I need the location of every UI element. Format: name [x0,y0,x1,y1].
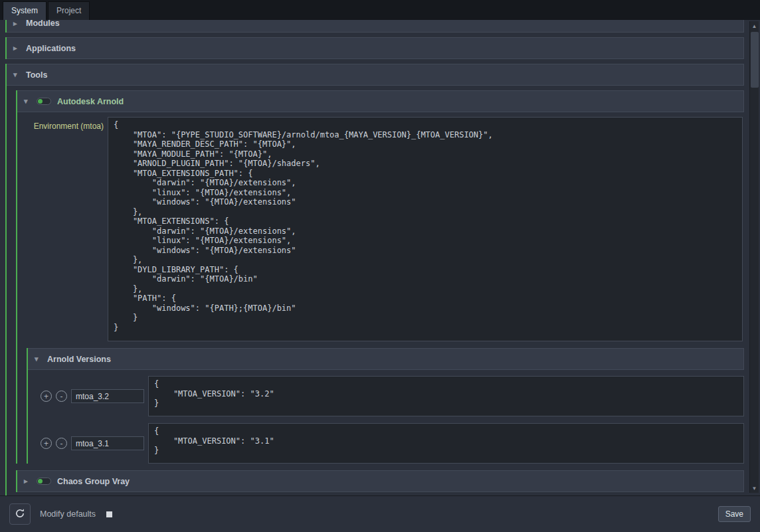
section-header-arnold-versions[interactable]: ▾ Arnold Versions [28,348,744,370]
version-row: + - { "MTOA_VERSION": "3.1" } [41,423,744,464]
section-header-tools[interactable]: ▾ Tools [7,64,744,86]
environment-json-textarea[interactable]: { "MTOA": "{PYPE_STUDIO_SOFTWARE}/arnold… [108,117,743,341]
section-modules: ▸ Modules [5,20,744,33]
scroll-up-icon[interactable]: ▲ [750,21,759,31]
remove-version-button[interactable]: - [56,438,67,449]
section-label-tools: Tools [26,70,47,80]
add-version-button[interactable]: + [41,438,52,449]
refresh-button[interactable] [9,503,31,525]
tools-body: ▾ Autodesk Arnold Environment (mtoa) { "… [7,86,744,495]
modify-defaults-label: Modify defaults [40,509,96,519]
environment-row: Environment (mtoa) { "MTOA": "{PYPE_STUD… [17,112,744,348]
add-version-button[interactable]: + [41,391,52,402]
section-autodesk-arnold: ▾ Autodesk Arnold Environment (mtoa) { "… [16,90,744,464]
section-label-chaos-group-vray: Chaos Group Vray [57,477,130,486]
chevron-down-icon: ▾ [13,70,20,79]
section-label-modules: Modules [26,20,60,28]
top-tab-bar: System Project [0,0,760,20]
section-header-chaos-group-vray[interactable]: ▸ Chaos Group Vray [17,470,744,492]
section-tools: ▾ Tools ▾ Autodesk Arnold Environment (m… [5,64,744,495]
vray-enabled-toggle[interactable] [37,478,51,485]
section-header-autodesk-arnold[interactable]: ▾ Autodesk Arnold [17,90,744,112]
chevron-down-icon: ▾ [35,355,41,363]
modify-defaults-checkbox[interactable] [106,511,112,517]
chevron-right-icon: ▸ [13,20,20,28]
scroll-down-icon[interactable]: ▼ [750,484,759,493]
section-label-arnold-versions: Arnold Versions [47,355,111,364]
chevron-down-icon: ▾ [24,97,31,106]
version-key-input[interactable] [71,436,144,450]
version-json-textarea[interactable]: { "MTOA_VERSION": "3.1" } [148,423,744,464]
toggle-knob-icon [38,479,43,484]
version-row: + - { "MTOA_VERSION": "3.2" } [41,376,744,416]
environment-label: Environment (mtoa) [19,117,104,341]
section-label-applications: Applications [26,44,76,53]
section-arnold-versions: ▾ Arnold Versions + - { "MTOA_VERSION": … [27,348,744,464]
footer-bar: Modify defaults Save [0,495,760,532]
section-header-applications[interactable]: ▸ Applications [7,37,744,59]
version-key-input[interactable] [71,389,144,403]
section-chaos-group-vray: ▸ Chaos Group Vray [16,470,744,492]
refresh-icon [15,508,25,521]
tab-system[interactable]: System [3,1,47,20]
settings-scroll-area: ▸ Modules ▸ Applications ▾ Tools ▾ Autod [0,20,760,495]
chevron-right-icon: ▸ [24,477,31,486]
tab-project[interactable]: Project [48,1,90,20]
section-label-autodesk-arnold: Autodesk Arnold [57,97,124,106]
remove-version-button[interactable]: - [56,391,67,402]
save-button[interactable]: Save [718,506,751,522]
vertical-scrollbar[interactable]: ▲ ▼ [749,21,759,493]
section-applications: ▸ Applications [5,37,744,59]
chevron-right-icon: ▸ [13,44,20,52]
arnold-enabled-toggle[interactable] [37,98,51,105]
section-header-modules[interactable]: ▸ Modules [7,20,744,33]
scrollbar-thumb[interactable] [751,32,759,88]
toggle-knob-icon [38,99,43,104]
version-json-textarea[interactable]: { "MTOA_VERSION": "3.2" } [148,376,744,416]
